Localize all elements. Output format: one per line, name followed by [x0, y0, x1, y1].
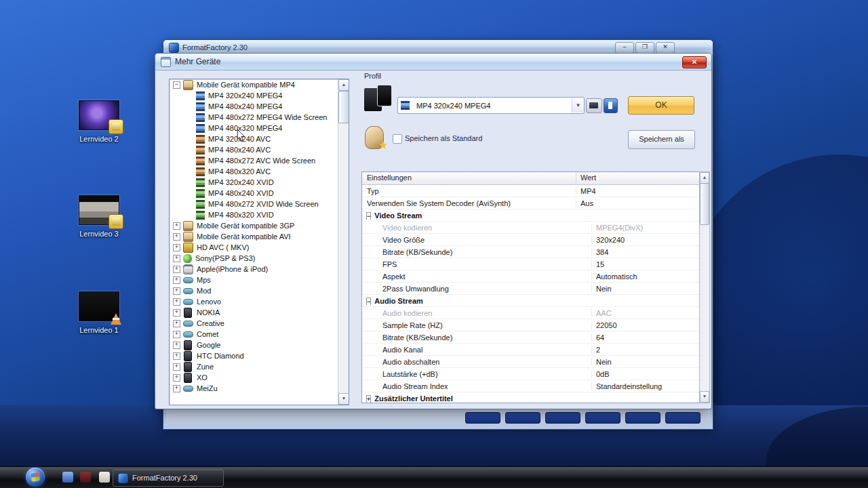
close-button[interactable]: ✕ [656, 42, 675, 54]
tree-item[interactable]: MP4 480x320 AVC [170, 166, 338, 177]
tree-item[interactable]: MP4 480x240 XVID [170, 188, 338, 199]
table-row[interactable]: Video Größe320x240 [362, 234, 700, 246]
tree-scrollbar[interactable]: ▲ ▼ [338, 79, 349, 405]
ok-button[interactable]: OK [628, 96, 694, 115]
plus-expander-icon[interactable]: + [173, 255, 180, 262]
scroll-down-icon[interactable]: ▼ [700, 391, 709, 403]
tree-item[interactable]: +HTC Diamond [170, 350, 338, 361]
tree-item[interactable]: +HD AVC ( MKV) [170, 242, 338, 253]
taskbar-app-button[interactable]: FormatFactory 2.30 [113, 469, 224, 487]
table-row[interactable]: Audio Stream IndexStandardeinstellung [362, 380, 700, 392]
tree-item[interactable]: MP4 480x240 AVC [170, 144, 338, 155]
scroll-down-icon[interactable]: ▼ [338, 393, 349, 405]
dialog-titlebar[interactable]: Mehr Geräte [155, 54, 711, 70]
scrollbar-thumb[interactable] [700, 183, 709, 225]
plus-expander-icon[interactable]: + [173, 320, 180, 327]
tree-item[interactable]: +Mobile Gerät kompatible AVI [170, 231, 338, 242]
profile-combobox[interactable]: MP4 320x240 MPEG4 ▾ [397, 97, 585, 114]
table-section-row[interactable]: −Video Stream [362, 209, 700, 222]
plus-expander-icon[interactable]: + [173, 277, 180, 284]
plus-expander-icon[interactable]: + [173, 363, 180, 371]
plus-expander-icon[interactable]: + [173, 266, 180, 273]
table-row[interactable]: 2Pass UmwandlungNein [362, 283, 700, 295]
tree-item[interactable]: MP4 480x240 MPEG4 [170, 101, 338, 112]
tree-item[interactable]: +XO [170, 372, 338, 383]
desktop-icon-lernvideo-2[interactable]: Lernvideo 2 [68, 100, 130, 143]
table-row[interactable]: Lautstärke (+dB)0dB [362, 368, 700, 380]
table-row[interactable]: Bitrate (KB/Sekunde)384 [362, 246, 700, 258]
plus-expander-icon[interactable]: + [173, 342, 180, 349]
scrollbar-thumb[interactable] [338, 91, 349, 123]
table-row[interactable]: Sample Rate (HZ)22050 [362, 319, 700, 331]
table-row[interactable]: Audio Kanal2 [362, 344, 700, 356]
quicklaunch-notes-icon[interactable] [99, 472, 110, 483]
table-row[interactable]: Video kodierenMPEG4(DivX) [362, 222, 700, 234]
chevron-down-icon[interactable]: ▾ [572, 98, 584, 113]
minus-expander-icon[interactable]: − [366, 298, 371, 305]
tree-item-label: XO [197, 373, 208, 382]
plus-expander-icon[interactable]: + [173, 385, 180, 392]
dark-icon [184, 340, 192, 350]
table-section-row[interactable]: +Zusätzlicher Untertitel [362, 392, 700, 403]
tree-item[interactable]: +Mobile Gerät kompatible 3GP [170, 220, 338, 231]
tree-item[interactable]: MP4 480x272 AVC Wide Screen [170, 155, 338, 166]
scroll-up-icon[interactable]: ▲ [338, 79, 349, 91]
tree-item[interactable]: −Mobile Gerät kompatible MP4 [170, 79, 338, 90]
plus-expander-icon[interactable]: + [173, 309, 180, 317]
tree-item[interactable]: +Comet [170, 329, 338, 340]
table-row[interactable]: Verwenden Sie System Decoder (AviSynth)A… [362, 197, 700, 209]
tree-item[interactable]: +Apple(iPhone & iPod) [170, 264, 338, 274]
tree-item[interactable]: MP4 480x272 XVID Wide Screen [170, 199, 338, 209]
table-section-row[interactable]: −Audio Stream [362, 295, 700, 307]
table-row[interactable]: FPS15 [362, 258, 700, 270]
info-icon-button[interactable] [604, 98, 618, 113]
tree-item[interactable]: +MeiZu [170, 383, 338, 394]
tree-item[interactable]: MP4 320x240 AVC [170, 134, 338, 144]
plus-expander-icon[interactable]: + [366, 395, 371, 403]
plus-expander-icon[interactable]: + [173, 233, 180, 241]
tree-item[interactable]: MP4 320x240 XVID [170, 177, 338, 188]
scroll-up-icon[interactable]: ▲ [700, 172, 709, 184]
tree-item[interactable]: +NOKIA [170, 307, 338, 318]
tree-item[interactable]: MP4 320x240 MPEG4 [170, 90, 338, 101]
table-row[interactable]: Audio abschaltenNein [362, 356, 700, 368]
maximize-button[interactable]: ❐ [635, 42, 654, 54]
plus-expander-icon[interactable]: + [173, 287, 180, 295]
plus-expander-icon[interactable]: + [173, 374, 180, 382]
quicklaunch-media-icon[interactable] [62, 472, 73, 483]
table-scrollbar[interactable]: ▲ ▼ [699, 171, 710, 403]
table-row[interactable]: TypMP4 [362, 185, 700, 197]
tree-item[interactable]: MP4 480x320 XVID [170, 209, 338, 220]
table-row[interactable]: Bitrate (KB/Sekunde)64 [362, 331, 700, 344]
tree-item[interactable]: +Sony(PSP & PS3) [170, 253, 338, 264]
save-as-button[interactable]: Speichern als [628, 130, 695, 149]
minus-expander-icon[interactable]: − [173, 81, 180, 89]
quicklaunch-app-icon[interactable] [80, 472, 91, 483]
minus-expander-icon[interactable]: − [366, 212, 371, 220]
tree-item[interactable]: MP4 480x272 MPEG4 Wide Screen [170, 112, 338, 123]
minimize-button[interactable]: – [615, 42, 634, 54]
start-button[interactable] [26, 468, 45, 487]
plus-expander-icon[interactable]: + [173, 331, 180, 338]
header-wert[interactable]: Wert [576, 172, 700, 184]
output-setting-icon-button[interactable] [586, 98, 602, 113]
desktop-icon-lernvideo-1[interactable]: Lernvideo 1 [68, 291, 130, 334]
dialog-close-button[interactable]: ✕ [682, 56, 707, 68]
tree-item[interactable]: +Mps [170, 274, 338, 285]
header-einstellungen[interactable]: Einstellungen [362, 172, 576, 184]
plus-expander-icon[interactable]: + [173, 244, 180, 251]
plus-expander-icon[interactable]: + [173, 222, 180, 230]
table-row[interactable]: AspektAutomatisch [362, 270, 700, 283]
tree-item[interactable]: +Zune [170, 361, 338, 372]
tree-item[interactable]: +Mod [170, 285, 338, 296]
desktop-icon-lernvideo-3[interactable]: Lernvideo 3 [68, 195, 130, 238]
plus-expander-icon[interactable]: + [173, 352, 180, 360]
tree-item[interactable]: +Lenovo [170, 296, 338, 307]
save-default-checkbox[interactable] [393, 134, 402, 144]
plus-expander-icon[interactable]: + [173, 298, 180, 306]
table-row[interactable]: Audio kodierenAAC [362, 307, 700, 319]
tree-item[interactable]: +Creative [170, 318, 338, 329]
tree-item[interactable]: MP4 480x320 MPEG4 [170, 123, 338, 134]
tree-item[interactable]: +Google [170, 340, 338, 350]
setting-name: 2Pass Umwandlung [362, 285, 591, 293]
